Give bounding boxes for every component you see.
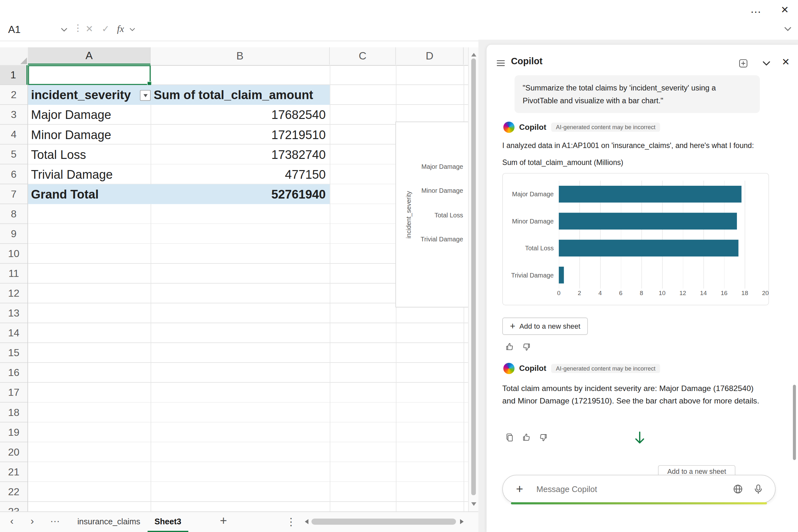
row-header-10[interactable]: 10 [0, 244, 27, 263]
pivot-header-sum[interactable]: Sum of total_claim_amount [151, 88, 330, 102]
chevron-down-icon[interactable] [129, 27, 135, 32]
chart-bar-row: Major Damage [507, 180, 768, 208]
pivot-row-label[interactable]: Total Loss [28, 147, 151, 162]
sheet-tab-Sheet3[interactable]: Sheet3 [147, 512, 188, 532]
chart-axis-tick: 10 [659, 290, 665, 297]
row-header-7[interactable]: 7 [0, 184, 27, 204]
sheet-tab-insurance_claims[interactable]: insurance_claims [70, 512, 147, 532]
row-header-14[interactable]: 14 [0, 323, 27, 343]
formula-bar-expand-icon[interactable] [784, 26, 792, 32]
embedded-chart[interactable]: incident_severity Major DamageMinor Dama… [396, 121, 468, 307]
grand-total-value[interactable]: 52761940 [151, 187, 330, 202]
row-header-12[interactable]: 12 [0, 284, 27, 303]
row-header-11[interactable]: 11 [0, 264, 27, 284]
copy-icon[interactable] [505, 433, 514, 442]
thumbs-up-icon[interactable] [505, 342, 514, 352]
add-sheet-icon[interactable]: + [220, 513, 227, 528]
row-header-2[interactable]: 2 [0, 85, 27, 105]
feedback-row [505, 433, 548, 442]
pivot-row-label[interactable]: Trivial Damage [28, 167, 151, 182]
new-chat-icon[interactable] [738, 58, 748, 69]
select-all-corner[interactable] [0, 47, 28, 65]
embedded-chart-category: Trivial Damage [420, 235, 463, 243]
formula-input[interactable] [138, 20, 778, 39]
pivot-row-label[interactable]: Major Damage [28, 108, 151, 122]
vertical-scrollbar[interactable] [468, 47, 478, 512]
copilot-avatar-icon [503, 363, 514, 374]
chart-category-label: Trivial Damage [507, 271, 558, 279]
column-header-C[interactable]: C [330, 47, 396, 64]
row-header-8[interactable]: 8 [0, 204, 27, 224]
copilot-close-icon[interactable]: ✕ [782, 56, 790, 68]
sheet-options-icon[interactable]: ⋮ [286, 515, 297, 528]
column-header-D[interactable]: D [396, 47, 463, 64]
pivot-row-value[interactable]: 477150 [151, 167, 330, 182]
pivot-row-value[interactable]: 17382740 [151, 147, 330, 162]
thumbs-up-icon[interactable] [522, 433, 531, 442]
scroll-down-icon[interactable] [471, 502, 476, 508]
add-to-new-sheet-button[interactable]: + Add to a new sheet [502, 318, 588, 335]
separator-dots-icon[interactable]: ⋮ [73, 22, 82, 34]
column-header-B[interactable]: B [151, 47, 330, 64]
row-header-22[interactable]: 22 [0, 482, 27, 501]
scroll-to-latest-icon[interactable] [633, 431, 646, 446]
chart-axis-tick: 6 [619, 290, 623, 297]
horizontal-scrollbar-thumb[interactable] [311, 518, 456, 525]
microphone-icon[interactable] [753, 483, 764, 495]
row-header-15[interactable]: 15 [0, 343, 27, 363]
scroll-up-icon[interactable] [471, 51, 476, 57]
row-header-3[interactable]: 3 [0, 105, 27, 125]
row-header-16[interactable]: 16 [0, 363, 27, 383]
window-more-icon[interactable]: … [750, 2, 761, 16]
row-header-18[interactable]: 18 [0, 402, 27, 422]
copilot-scrollbar-thumb[interactable] [793, 385, 796, 460]
column-header-A[interactable]: A [28, 47, 151, 64]
row-header-17[interactable]: 17 [0, 383, 27, 402]
grand-total-label[interactable]: Grand Total [28, 187, 151, 202]
name-box[interactable]: A1 [5, 21, 68, 38]
cells-area[interactable]: incident_severity Sum of total_claim_amo… [28, 65, 468, 512]
pivot-row-label[interactable]: Minor Damage [28, 128, 151, 142]
sheet-nav-left-icon[interactable]: ‹ [10, 515, 14, 527]
filter-dropdown-button[interactable] [140, 90, 151, 101]
message-copilot-input[interactable] [535, 482, 706, 497]
pivot-row-value[interactable]: 17682540 [151, 108, 330, 122]
hscroll-left-icon[interactable] [302, 519, 308, 524]
selected-cell-a1[interactable] [28, 65, 151, 85]
filter-arrow-icon [143, 94, 147, 99]
cancel-icon[interactable]: ✕ [86, 23, 93, 35]
row-header-5[interactable]: 5 [0, 145, 27, 164]
row-header-21[interactable]: 21 [0, 462, 27, 482]
row-header-23[interactable]: 23 [0, 502, 27, 512]
row-header-19[interactable]: 19 [0, 422, 27, 442]
chart-axis-tick: 14 [700, 290, 707, 297]
pivot-header-incident-severity[interactable]: incident_severity [28, 88, 151, 102]
chart-category-label: Total Loss [507, 245, 558, 252]
summary-message-text: Total claim amounts by incident severity… [502, 382, 759, 407]
row-header-6[interactable]: 6 [0, 164, 27, 184]
row-header-1[interactable]: 1 [0, 65, 27, 85]
window-close-icon[interactable]: ✕ [781, 3, 789, 18]
row-header-20[interactable]: 20 [0, 442, 27, 462]
row-header-4[interactable]: 4 [0, 125, 27, 145]
gridline [330, 65, 330, 512]
horizontal-scrollbar[interactable] [310, 518, 457, 525]
globe-icon[interactable] [733, 483, 744, 495]
embedded-chart-axis-title: incident_severity [405, 191, 412, 238]
thumbs-down-icon[interactable] [522, 342, 531, 352]
copilot-input-box[interactable]: + [502, 475, 776, 503]
attach-plus-icon[interactable]: + [516, 482, 523, 496]
chart-axis-tick: 2 [578, 290, 581, 297]
vertical-scrollbar-thumb[interactable] [471, 58, 476, 495]
collapse-chevron-icon[interactable] [762, 60, 771, 66]
sheet-list-ellipsis-icon[interactable]: … [50, 513, 60, 525]
hscroll-right-icon[interactable] [460, 519, 466, 524]
confirm-icon[interactable]: ✓ [102, 23, 109, 35]
hamburger-menu-icon[interactable] [496, 58, 506, 68]
pivot-row-value[interactable]: 17219510 [151, 128, 330, 142]
row-header-13[interactable]: 13 [0, 303, 27, 323]
insert-function-icon[interactable]: fx [117, 23, 124, 35]
sheet-nav-right-icon[interactable]: › [31, 515, 34, 527]
thumbs-down-icon[interactable] [538, 433, 548, 442]
row-header-9[interactable]: 9 [0, 224, 27, 244]
